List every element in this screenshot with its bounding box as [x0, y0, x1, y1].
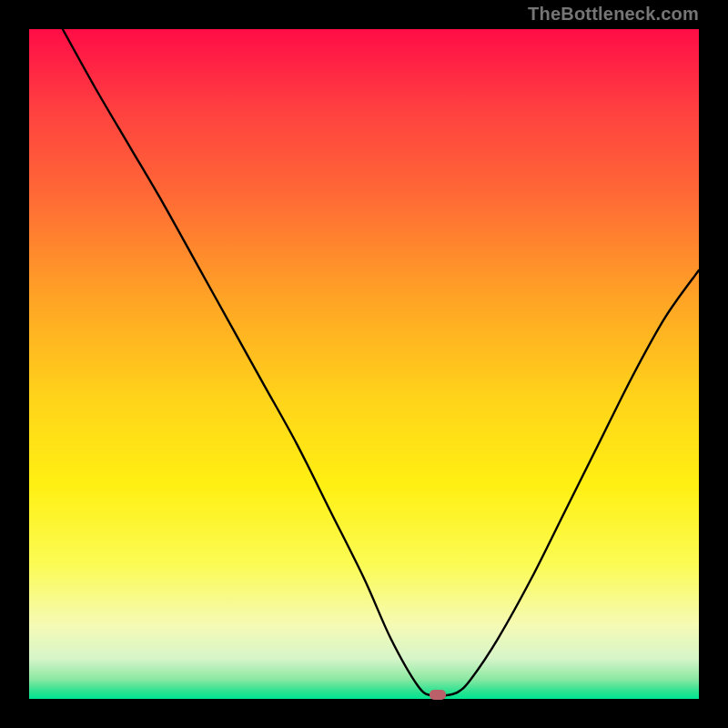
curve-svg [29, 29, 699, 699]
bottleneck-curve [63, 29, 699, 696]
chart-container: TheBottleneck.com [0, 0, 728, 728]
optimum-marker [430, 690, 446, 699]
watermark-text: TheBottleneck.com [528, 4, 699, 25]
plot-area [29, 29, 699, 699]
